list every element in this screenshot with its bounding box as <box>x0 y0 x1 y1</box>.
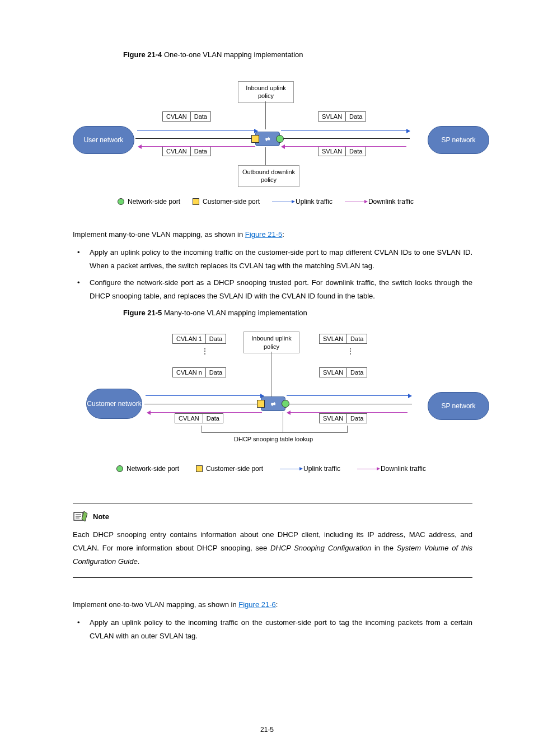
legend-customer-port: Customer-side port <box>193 198 260 206</box>
customer-network-cloud: Customer network <box>86 389 142 419</box>
network-side-port-icon <box>118 198 124 205</box>
inbound-policy-box: Inbound uplink policy <box>243 332 299 353</box>
figure-link[interactable]: Figure 21-5 <box>245 230 282 239</box>
inbound-policy-box: Inbound uplink policy <box>238 81 294 103</box>
lookup-leg <box>283 412 283 432</box>
bullet-list: Apply an uplink policy to the incoming t… <box>73 246 472 303</box>
outbound-policy-box: Outbound downlink policy <box>238 165 299 187</box>
legend-customer-port: Customer-side port <box>196 465 263 473</box>
figure-1-diagram: User network SP network Inbound uplink p… <box>73 66 472 211</box>
figure-caption: One-to-one VLAN mapping implementation <box>164 50 303 59</box>
connector-line <box>271 352 271 396</box>
body-paragraph: Implement one-to-two VLAN mapping, as sh… <box>73 598 472 612</box>
legend-network-port: Network-side port <box>118 198 180 206</box>
uplink-arrow-icon <box>280 469 300 469</box>
cvlan-data-tag: CVLAN Data <box>175 413 223 423</box>
customer-side-port-icon <box>193 198 199 205</box>
lookup-leg <box>347 426 348 432</box>
cvlann-data-tag: CVLAN n Data <box>172 367 226 377</box>
downlink-arrow <box>150 412 262 413</box>
legend-downlink: Downlink traffic <box>357 465 426 473</box>
svlan-data-tag: SVLAN Data <box>319 367 367 377</box>
lookup-leg <box>202 426 202 432</box>
body-paragraph: Implement many-to-one VLAN mapping, as s… <box>73 228 472 241</box>
cvlan-data-tag: CVLAN Data <box>162 146 211 156</box>
uplink-arrow <box>146 395 261 396</box>
legend-downlink: Downlink traffic <box>345 198 414 206</box>
svlan-data-tag: SVLAN Data <box>319 334 367 344</box>
note-header: Note <box>73 510 472 522</box>
switch-arrows-icon: ⇄ <box>265 136 270 142</box>
figure-prefix: Figure 21-5 <box>123 309 162 317</box>
figure-title: Figure 21-5 Many-to-one VLAN mapping imp… <box>123 309 472 317</box>
network-side-port-icon <box>116 465 123 472</box>
sp-network-cloud: SP network <box>428 392 489 420</box>
connector-line <box>265 101 266 129</box>
legend-network-port: Network-side port <box>116 465 179 473</box>
figure-legend: Network-side port Customer-side port Upl… <box>116 465 426 473</box>
figure-caption: Many-to-one VLAN mapping implementation <box>164 309 307 317</box>
svlan-data-tag: SVLAN Data <box>319 413 367 423</box>
downlink-arrow <box>284 146 406 147</box>
legend-uplink: Uplink traffic <box>272 198 332 206</box>
network-side-port-icon <box>276 135 284 143</box>
svlan-data-tag: SVLAN Data <box>318 111 366 122</box>
lookup-horiz <box>202 432 348 433</box>
figure-2-diagram: Customer network SP network Inbound upli… <box>73 324 472 486</box>
list-item: Apply an uplink policy to the incoming t… <box>73 616 472 643</box>
vdots-icon: ⋮ <box>202 349 207 353</box>
network-side-port-icon <box>282 400 289 408</box>
customer-side-port-icon <box>251 135 259 143</box>
switch-arrows-icon: ⇄ <box>271 401 275 407</box>
uplink-arrow <box>281 130 407 131</box>
note-title: Note <box>93 512 109 521</box>
figure-title: Figure 21-4 One-to-one VLAN mapping impl… <box>123 50 472 59</box>
page-number: 21-5 <box>0 726 534 734</box>
note-icon <box>73 510 88 522</box>
note-content: Each DHCP snooping entry contains inform… <box>73 528 472 568</box>
figure-legend: Network-side port Customer-side port Upl… <box>118 198 414 206</box>
legend-uplink: Uplink traffic <box>280 465 340 473</box>
dhcp-lookup-label: DHCP snooping table lookup <box>234 436 313 442</box>
bullet-list: Apply an uplink policy to the incoming t… <box>73 616 472 643</box>
downlink-arrow <box>141 146 255 147</box>
figure-link[interactable]: Figure 21-6 <box>238 600 275 609</box>
cvlan1-data-tag: CVLAN 1 Data <box>172 334 226 344</box>
downlink-arrow-icon <box>357 469 377 469</box>
user-network-cloud: User network <box>73 126 134 154</box>
sp-network-cloud: SP network <box>428 126 489 154</box>
list-item: Apply an uplink policy to the incoming t… <box>73 246 472 273</box>
list-item: Configure the network-side port as a DHC… <box>73 276 472 303</box>
note-block: Note Each DHCP snooping entry contains i… <box>73 503 472 578</box>
figure-prefix: Figure 21-4 <box>123 50 162 59</box>
customer-side-port-icon <box>196 465 203 472</box>
cvlan-data-tag: CVLAN Data <box>162 111 211 122</box>
svlan-data-tag: SVLAN Data <box>318 146 366 156</box>
uplink-arrow-icon <box>272 202 292 202</box>
reference-doc: DHCP Snooping Configuration <box>270 544 371 552</box>
downlink-arrow <box>290 412 407 413</box>
connector-line <box>265 147 266 165</box>
customer-side-port-icon <box>257 400 265 408</box>
uplink-arrow <box>287 395 409 396</box>
vdots-icon: ⋮ <box>347 349 353 353</box>
downlink-arrow-icon <box>345 202 365 202</box>
uplink-arrow <box>137 130 255 131</box>
